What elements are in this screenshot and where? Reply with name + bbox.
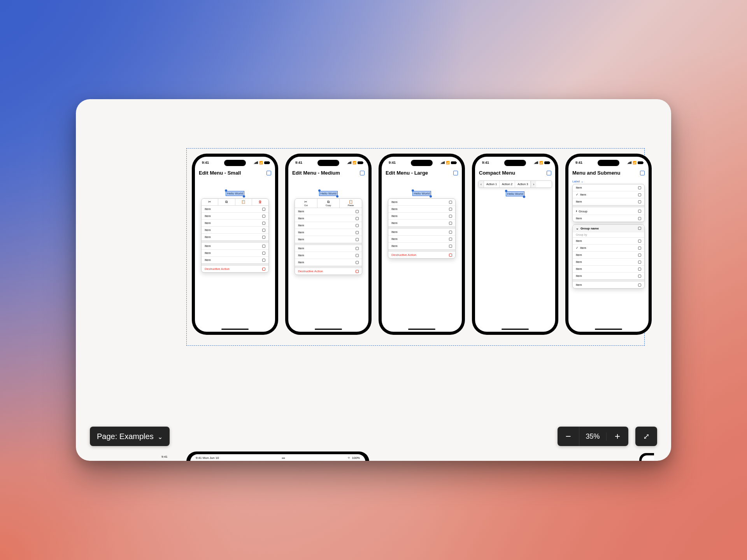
checkbox-icon	[449, 254, 452, 257]
menu-item[interactable]: Item	[295, 229, 362, 236]
copy-button[interactable]: ⧉Copy	[317, 199, 340, 208]
phone-screen: 9:41 Edit Menu - Small Hello World ✂ ⧉	[195, 157, 275, 332]
menu-item[interactable]: Item	[573, 191, 644, 198]
paste-button[interactable]: 📋	[235, 199, 252, 205]
menu-item[interactable]: Item	[202, 234, 268, 241]
dynamic-island	[598, 160, 619, 166]
menu-item[interactable]: Item	[573, 282, 644, 288]
selected-text[interactable]: Hello World	[226, 191, 244, 196]
selected-text[interactable]: Hello World	[319, 191, 337, 196]
menu-item[interactable]: Item	[202, 227, 268, 234]
menu-item[interactable]: Item	[295, 208, 362, 215]
menu-item[interactable]: Item	[573, 273, 644, 280]
menu-item[interactable]: Item	[295, 236, 362, 243]
menu-item[interactable]: Item	[388, 229, 455, 236]
delete-button[interactable]: 🗑	[252, 199, 268, 205]
menu-item[interactable]: Item	[573, 259, 644, 266]
action-button[interactable]: Action 3	[515, 181, 531, 187]
zoom-out-button[interactable]: −	[558, 427, 579, 446]
destructive-action[interactable]: Destructive Action	[202, 266, 268, 272]
selection-handle-icon[interactable]	[523, 196, 525, 198]
menu-item[interactable]: Item	[295, 252, 362, 259]
menu-group[interactable]: Group	[573, 207, 644, 215]
prev-arrow-button[interactable]: ‹	[479, 181, 484, 187]
add-icon[interactable]	[453, 171, 458, 175]
menu-item[interactable]: Item	[202, 243, 268, 250]
destructive-action[interactable]: Destructive Action	[295, 268, 362, 275]
cut-button[interactable]: ✂	[202, 199, 218, 205]
add-icon[interactable]	[547, 171, 551, 175]
menu-popover: ✂Cut ⧉Copy 📋Paste Item Item Item Item It…	[295, 198, 362, 275]
copy-button[interactable]: ⧉	[218, 199, 235, 205]
screen-title: Compact Menu	[479, 170, 515, 176]
scissors-icon: ✂	[208, 200, 211, 204]
canvas[interactable]: 9:41 Edit Menu - Small Hello World ✂ ⧉	[76, 99, 671, 461]
tablet-frame-peek-right[interactable]	[639, 453, 654, 461]
menu-item[interactable]: Item	[202, 213, 268, 220]
phone-frame-4[interactable]: 9:41 Compact Menu ‹ Action 1 Action 2 Ac…	[472, 154, 558, 335]
menu-item[interactable]: Item	[295, 222, 362, 229]
paste-button[interactable]: 📋Paste	[340, 199, 362, 208]
check-icon	[576, 246, 580, 250]
menu-item[interactable]: Item	[388, 220, 455, 227]
chevron-down-icon	[158, 432, 163, 441]
checkbox-icon	[638, 240, 641, 243]
tablet-frame-peek[interactable]: 9:41 Mon Jun 10 ••• ᯤ 100%	[186, 452, 369, 461]
selected-text[interactable]: Hello World	[506, 191, 524, 196]
phone-frame-2[interactable]: 9:41 Edit Menu - Medium Hello World ✂Cut…	[285, 154, 372, 335]
submenu-header[interactable]: Group name	[573, 225, 644, 232]
destructive-action[interactable]: Destructive Action	[388, 252, 455, 258]
menu-item[interactable]: Item	[573, 198, 644, 205]
action-button[interactable]: Action 1	[484, 181, 500, 187]
zoom-value[interactable]: 35%	[579, 432, 607, 441]
add-icon[interactable]	[267, 171, 271, 175]
selection-handle-icon[interactable]	[336, 195, 338, 198]
action-button[interactable]: Action 2	[500, 181, 515, 187]
zoom-in-button[interactable]: +	[607, 427, 628, 446]
menu-item[interactable]: Item	[202, 250, 268, 257]
selection-handle-icon[interactable]	[430, 195, 432, 198]
checkbox-icon	[356, 231, 359, 234]
next-arrow-button[interactable]: ›	[531, 181, 536, 187]
menu-item[interactable]: Item	[295, 215, 362, 222]
checkbox-icon	[356, 238, 359, 241]
phone-frame-1[interactable]: 9:41 Edit Menu - Small Hello World ✂ ⧉	[192, 154, 278, 335]
checkbox-icon	[262, 222, 265, 225]
menu-item[interactable]: Item	[573, 245, 644, 252]
menu-item[interactable]: Item	[388, 206, 455, 213]
menu-item[interactable]: Item	[573, 252, 644, 259]
label-dropdown[interactable]: Label	[568, 179, 649, 184]
menu-item[interactable]: Item	[388, 213, 455, 220]
cut-button[interactable]: ✂Cut	[295, 199, 317, 208]
checkbox-icon	[449, 231, 452, 234]
add-icon[interactable]	[640, 171, 645, 175]
group-by-label: Group by	[573, 232, 644, 238]
selection-handle-icon[interactable]	[243, 195, 245, 198]
menu-item[interactable]: Item	[573, 238, 644, 245]
add-icon[interactable]	[360, 171, 365, 175]
tablet-left-time: 9:41	[161, 455, 168, 458]
menu-item[interactable]: Item	[573, 184, 644, 191]
checkbox-icon	[356, 210, 359, 213]
phone-frame-5[interactable]: 9:41 Menu and Submenu Label Item Item It…	[565, 154, 652, 335]
phone-frame-3[interactable]: 9:41 Edit Menu - Large Hello World Item …	[379, 154, 465, 335]
menu-item[interactable]: Item	[202, 206, 268, 213]
menu-item[interactable]: Item	[573, 266, 644, 273]
selected-text[interactable]: Hello World	[412, 191, 431, 196]
checkbox-icon	[449, 215, 452, 218]
menu-item[interactable]: Item	[202, 220, 268, 227]
status-indicators	[534, 161, 550, 164]
fullscreen-button[interactable]: ⤢	[635, 427, 657, 446]
page-selector[interactable]: Page: Examples	[90, 427, 170, 446]
compact-action-bar: ‹ Action 1 Action 2 Action 3 ›	[478, 180, 552, 188]
menu-item[interactable]: Item	[388, 243, 455, 250]
checkbox-icon	[638, 254, 641, 257]
menu-item[interactable]: Item	[295, 245, 362, 252]
menu-item[interactable]: Item	[295, 259, 362, 266]
menu-item[interactable]: Item	[388, 236, 455, 243]
menu-item[interactable]: Item	[388, 199, 455, 206]
menu-item[interactable]: Item	[202, 257, 268, 264]
copy-icon: ⧉	[225, 200, 228, 204]
check-icon	[576, 193, 580, 196]
menu-item[interactable]: Item	[573, 215, 644, 222]
